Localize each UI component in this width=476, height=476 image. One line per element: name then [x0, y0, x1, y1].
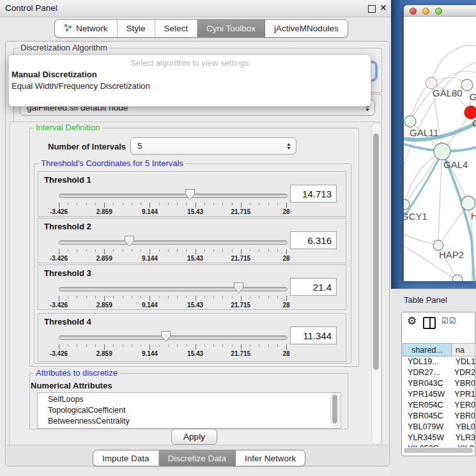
threshold-box-2: Threshold 2-3.4262.8599.14415.4321.71528…: [38, 218, 346, 263]
attribute-list-item[interactable]: BetweennessCentrality: [38, 416, 341, 427]
table-cell-shared-name: YBR045C: [403, 411, 449, 422]
network-node-label: GA: [470, 91, 476, 102]
network-node[interactable]: [464, 106, 476, 119]
slider-track[interactable]: [59, 194, 288, 198]
slider-thumb[interactable]: [160, 330, 171, 342]
table-panel-region: Table Panel ⚙ ☑☑ shared... na YDL19...YD…: [391, 289, 476, 476]
combo-stepper-icon: [287, 143, 291, 150]
threshold-slider[interactable]: [59, 188, 286, 203]
checkbox-columns-icon[interactable]: ☑☑: [441, 316, 457, 325]
table-row[interactable]: YIL052CYIL0: [403, 443, 475, 447]
minimize-traffic-light-icon[interactable]: [422, 8, 429, 15]
tab-label: Network: [76, 24, 108, 33]
tab-label: Cyni Toolbox: [206, 24, 256, 33]
threshold-box-4: Threshold 4-3.4262.8599.14415.4321.71528…: [38, 313, 346, 362]
tab-style[interactable]: Style: [118, 20, 155, 37]
network-node-label: C: [472, 118, 476, 128]
zoom-traffic-light-icon[interactable]: [435, 8, 442, 15]
tab-jactivemnodules[interactable]: jActiveMNodules: [265, 20, 348, 37]
threshold-slider[interactable]: [59, 282, 286, 296]
attribute-list-item[interactable]: SelfLoops: [38, 394, 341, 405]
table-cell-name: YDR2: [449, 367, 475, 378]
table-header-name[interactable]: na: [452, 343, 475, 357]
network-node[interactable]: [461, 79, 473, 91]
tab-network[interactable]: Network: [55, 20, 118, 37]
slider-thumb[interactable]: [233, 282, 244, 294]
table-cell-name: YPR1: [449, 389, 475, 400]
network-node[interactable]: [434, 143, 450, 160]
table-row[interactable]: YLR345WYLR3: [403, 433, 475, 443]
threshold-value-field[interactable]: 21.4: [290, 278, 337, 296]
threshold-slider[interactable]: [59, 330, 286, 344]
slider-track[interactable]: [59, 287, 288, 291]
panel-scrollbar[interactable]: [371, 123, 381, 445]
gear-icon[interactable]: ⚙: [407, 314, 417, 328]
threshold-value-field[interactable]: 14.713: [290, 185, 337, 203]
table-cell-name: YDL1: [450, 357, 475, 367]
table-row[interactable]: YDL19...YDL1: [403, 357, 475, 367]
bottom-tab-group: Impute DataDiscretize DataInfer Network: [93, 450, 305, 466]
table-cell-shared-name: YBR043C: [403, 378, 449, 389]
float-window-icon[interactable]: [368, 5, 376, 13]
algorithm-option-equal-width[interactable]: Equal Width/Frequency Discretization: [11, 81, 369, 91]
split-columns-icon[interactable]: [423, 317, 436, 329]
table-row[interactable]: YBR045CYBR0: [403, 411, 475, 422]
threshold-value-field[interactable]: 11.344: [290, 326, 337, 344]
slider-thumb[interactable]: [185, 188, 196, 201]
slider-tick-labels: -3.4262.8599.14415.4321.71528: [59, 302, 286, 309]
slider-tick-labels: -3.4262.8599.14415.4321.71528: [59, 255, 286, 262]
table-cell-name: YER0: [449, 400, 475, 411]
numerical-attributes-list[interactable]: SelfLoopsTopologicalCoefficientBetweenne…: [37, 392, 341, 429]
attributes-group-title: Attributes to discretize: [34, 369, 119, 378]
threshold-value-field[interactable]: 6.316: [290, 231, 337, 249]
table-header-shared[interactable]: shared...: [403, 343, 452, 357]
slider-track[interactable]: [59, 335, 288, 340]
top-tab-group: NetworkStyleSelectCyni ToolboxjActiveMNo…: [54, 19, 348, 38]
network-window-titlebar[interactable]: [404, 5, 476, 17]
algorithm-option-manual[interactable]: Manual Discretization: [11, 69, 369, 80]
slider-ticks: [59, 249, 286, 254]
attributes-scrollbar-thumb[interactable]: [332, 395, 337, 424]
algorithm-group-title: Discretization Algorithm: [19, 43, 109, 52]
bottom-tab-infer-network[interactable]: Infer Network: [236, 450, 305, 466]
table-row[interactable]: YBL079WYBL0: [403, 422, 475, 433]
num-intervals-combobox[interactable]: 5: [130, 137, 296, 155]
table-row[interactable]: YDR27...YDR2: [403, 367, 475, 378]
slider-thumb[interactable]: [124, 235, 135, 247]
table-row[interactable]: YPR145WYPR1: [403, 389, 475, 400]
network-node[interactable]: [452, 275, 463, 281]
network-node-label: GAL11: [410, 127, 439, 138]
table-hscrollbar[interactable]: [404, 448, 473, 453]
table-cell-shared-name: YER054C: [403, 400, 449, 411]
network-node[interactable]: [461, 196, 475, 210]
attribute-list-item[interactable]: TopologicalCoefficient: [38, 405, 341, 416]
bottom-tab-impute-data[interactable]: Impute Data: [93, 450, 159, 466]
attributes-scrollbar[interactable]: [330, 393, 340, 426]
network-node[interactable]: [404, 116, 416, 127]
slider-track[interactable]: [59, 240, 288, 245]
apply-button[interactable]: Apply: [171, 429, 217, 445]
close-traffic-light-icon[interactable]: [410, 8, 417, 15]
tab-cyni-toolbox[interactable]: Cyni Toolbox: [197, 20, 265, 37]
num-intervals-label: Number of Intervals: [48, 142, 126, 151]
table-row[interactable]: YBR043CYBR0: [403, 378, 475, 389]
slider-tick-labels: -3.4262.8599.14415.4321.71528: [59, 208, 286, 215]
network-canvas[interactable]: GAL80GACGAL11GAL4GCY1HHAP2: [404, 17, 476, 281]
threshold-slider[interactable]: [59, 235, 286, 249]
bottom-tab-label: Impute Data: [102, 454, 150, 463]
panel-title: Control Panel: [5, 3, 58, 13]
table-row[interactable]: YER054CYER0: [403, 400, 475, 411]
threshold-label: Threshold 4: [44, 317, 91, 326]
panel-titlebar: Control Panel: [0, 0, 391, 17]
table-cell-name: YBR0: [449, 378, 475, 389]
table-cell-name: YLR3: [450, 433, 475, 443]
table-body[interactable]: YDL19...YDL1YDR27...YDR2YBR043CYBR0YPR14…: [403, 357, 475, 447]
bottom-tab-discretize-data[interactable]: Discretize Data: [159, 450, 236, 466]
threshold-label: Threshold 1: [44, 175, 91, 185]
threshold-label: Threshold 2: [44, 222, 91, 231]
close-icon[interactable]: ✕: [380, 3, 387, 13]
network-node-label: H: [471, 210, 476, 221]
panel-scrollbar-thumb[interactable]: [373, 134, 379, 370]
tab-select[interactable]: Select: [155, 20, 198, 37]
bottom-tab-label: Infer Network: [245, 454, 296, 463]
